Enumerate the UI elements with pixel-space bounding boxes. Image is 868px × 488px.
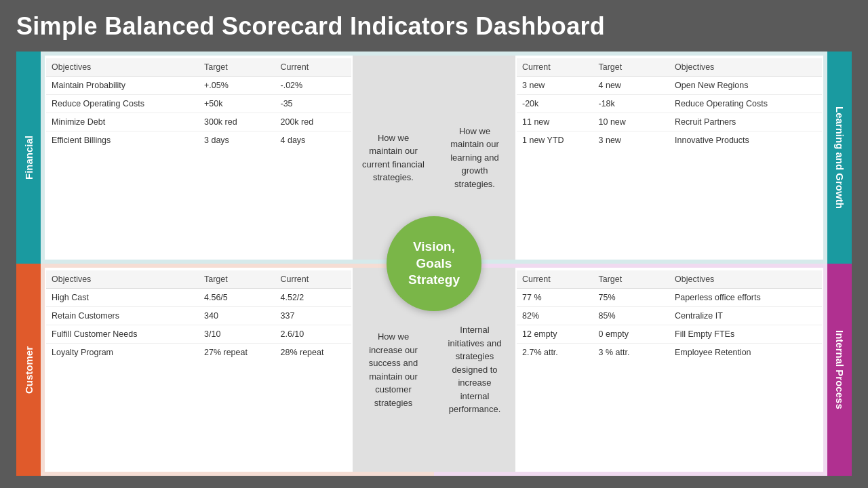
customer-inner: Objectives Target Current High Cast4.56/… bbox=[45, 268, 434, 472]
center-text: Vision, Goals Strategy bbox=[408, 239, 460, 289]
target-cell: 3 % attr. bbox=[593, 344, 670, 362]
target-cell: 300k red bbox=[199, 113, 275, 131]
internal-header-current: Current bbox=[517, 270, 593, 289]
table-row: Retain Customers340337 bbox=[46, 307, 351, 325]
obj-cell: Retain Customers bbox=[46, 307, 199, 325]
table-row: Efficient Billings3 days4 days bbox=[46, 131, 351, 150]
current-cell: 337 bbox=[275, 307, 352, 325]
current-cell: 3 new bbox=[517, 77, 593, 95]
customer-header-current: Current bbox=[275, 270, 352, 289]
current-cell: 4 days bbox=[275, 131, 352, 150]
target-cell: +.05% bbox=[199, 77, 275, 95]
target-cell: 3 days bbox=[199, 131, 275, 150]
table-row: Reduce Operating Costs+50k-35 bbox=[46, 95, 351, 113]
target-cell: +50k bbox=[199, 95, 275, 113]
financial-header-current: Current bbox=[275, 58, 352, 77]
current-cell: 2.6/10 bbox=[275, 325, 352, 344]
obj-cell: Loyalty Program bbox=[46, 344, 199, 362]
table-row: Maintain Probability+.05%-.02% bbox=[46, 77, 351, 95]
table-row: 1 new YTD3 newInnovative Products bbox=[517, 131, 822, 150]
learning-header-obj: Objectives bbox=[669, 58, 822, 77]
current-cell: 11 new bbox=[517, 113, 593, 131]
quadrant-customer: Customer Objectives Target Current bbox=[16, 264, 434, 476]
customer-header-target: Target bbox=[199, 270, 275, 289]
obj-cell: Reduce Operating Costs bbox=[46, 95, 199, 113]
current-cell: -20k bbox=[517, 95, 593, 113]
target-cell: 3/10 bbox=[199, 325, 275, 344]
label-customer: Customer bbox=[16, 264, 41, 476]
page-title: Simple Balanced Scorecard Indicators Das… bbox=[16, 12, 852, 41]
label-internal: Internal Process bbox=[827, 264, 852, 476]
target-cell: 340 bbox=[199, 307, 275, 325]
table-row: 11 new10 newRecruit Partners bbox=[517, 113, 822, 131]
financial-inner: Objectives Target Current Maintain Proba… bbox=[45, 56, 434, 260]
financial-content: Objectives Target Current Maintain Proba… bbox=[45, 56, 434, 260]
obj-cell: Minimize Debt bbox=[46, 113, 199, 131]
main-grid: Financial Objectives Target Current bbox=[16, 52, 852, 476]
obj-cell: Paperless office efforts bbox=[669, 289, 822, 307]
target-cell: 4.56/5 bbox=[199, 289, 275, 307]
label-learning: Learning and Growth bbox=[827, 52, 852, 264]
obj-cell: Open New Regions bbox=[669, 77, 822, 95]
current-cell: 200k red bbox=[275, 113, 352, 131]
financial-header-obj: Objectives bbox=[46, 58, 199, 77]
current-cell: -35 bbox=[275, 95, 352, 113]
table-row: Minimize Debt300k red200k red bbox=[46, 113, 351, 131]
table-row: 2.7% attr.3 % attr.Employee Retention bbox=[517, 344, 822, 362]
learning-table: Current Target Objectives 3 new4 newOpen… bbox=[517, 58, 822, 149]
financial-table-wrap: Objectives Target Current Maintain Proba… bbox=[45, 56, 353, 260]
current-cell: 28% repeat bbox=[275, 344, 352, 362]
center-circle: Vision, Goals Strategy bbox=[387, 216, 481, 311]
quadrant-learning: Current Target Objectives 3 new4 newOpen… bbox=[434, 52, 852, 264]
current-cell: 1 new YTD bbox=[517, 131, 593, 150]
target-cell: 75% bbox=[593, 289, 670, 307]
internal-header-target: Target bbox=[593, 270, 670, 289]
internal-table-wrap: Current Target Objectives 77 %75%Paperle… bbox=[515, 268, 823, 472]
financial-header-target: Target bbox=[199, 58, 275, 77]
page: Simple Balanced Scorecard Indicators Das… bbox=[0, 0, 868, 488]
table-row: 12 empty0 emptyFill Empty FTEs bbox=[517, 325, 822, 344]
internal-header-obj: Objectives bbox=[669, 270, 822, 289]
target-cell: 27% repeat bbox=[199, 344, 275, 362]
obj-cell: Employee Retention bbox=[669, 344, 822, 362]
obj-cell: Innovative Products bbox=[669, 131, 822, 150]
current-cell: 2.7% attr. bbox=[517, 344, 593, 362]
internal-table: Current Target Objectives 77 %75%Paperle… bbox=[517, 270, 822, 361]
internal-content: Current Target Objectives 77 %75%Paperle… bbox=[434, 268, 823, 472]
learning-header-target: Target bbox=[593, 58, 670, 77]
obj-cell: Fill Empty FTEs bbox=[669, 325, 822, 344]
quadrant-internal: Current Target Objectives 77 %75%Paperle… bbox=[434, 264, 852, 476]
customer-content: Objectives Target Current High Cast4.56/… bbox=[45, 268, 434, 472]
obj-cell: Centralize IT bbox=[669, 307, 822, 325]
internal-inner: Current Target Objectives 77 %75%Paperle… bbox=[434, 268, 823, 472]
table-row: High Cast4.56/54.52/2 bbox=[46, 289, 351, 307]
current-cell: 77 % bbox=[517, 289, 593, 307]
table-row: 82%85%Centralize IT bbox=[517, 307, 822, 325]
customer-table: Objectives Target Current High Cast4.56/… bbox=[46, 270, 351, 361]
target-cell: 4 new bbox=[593, 77, 670, 95]
target-cell: 85% bbox=[593, 307, 670, 325]
obj-cell: Recruit Partners bbox=[669, 113, 822, 131]
learning-table-wrap: Current Target Objectives 3 new4 newOpen… bbox=[515, 56, 823, 260]
target-cell: 10 new bbox=[593, 113, 670, 131]
obj-cell: High Cast bbox=[46, 289, 199, 307]
obj-cell: Efficient Billings bbox=[46, 131, 199, 150]
table-row: 77 %75%Paperless office efforts bbox=[517, 289, 822, 307]
table-row: 3 new4 newOpen New Regions bbox=[517, 77, 822, 95]
quadrant-financial: Financial Objectives Target Current bbox=[16, 52, 434, 264]
table-row: Loyalty Program27% repeat28% repeat bbox=[46, 344, 351, 362]
customer-table-wrap: Objectives Target Current High Cast4.56/… bbox=[45, 268, 353, 472]
current-cell: 82% bbox=[517, 307, 593, 325]
obj-cell: Maintain Probability bbox=[46, 77, 199, 95]
learning-content: Current Target Objectives 3 new4 newOpen… bbox=[434, 56, 823, 260]
target-cell: -18k bbox=[593, 95, 670, 113]
obj-cell: Fulfill Customer Needs bbox=[46, 325, 199, 344]
current-cell: 12 empty bbox=[517, 325, 593, 344]
label-financial: Financial bbox=[16, 52, 41, 264]
customer-header-obj: Objectives bbox=[46, 270, 199, 289]
current-cell: -.02% bbox=[275, 77, 352, 95]
target-cell: 3 new bbox=[593, 131, 670, 150]
financial-table: Objectives Target Current Maintain Proba… bbox=[46, 58, 351, 149]
table-row: -20k-18kReduce Operating Costs bbox=[517, 95, 822, 113]
learning-inner: Current Target Objectives 3 new4 newOpen… bbox=[434, 56, 823, 260]
